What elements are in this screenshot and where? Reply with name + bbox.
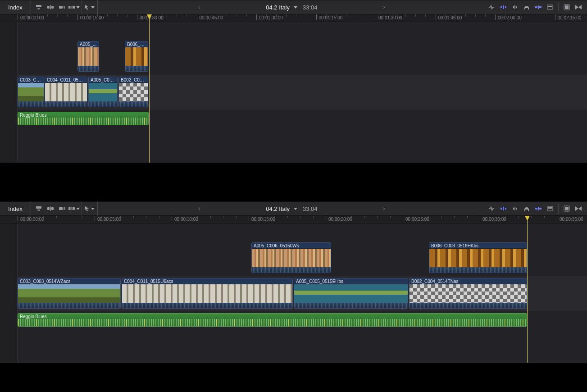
primary-storyline-clip[interactable]: A005_C005_0515EHbs bbox=[294, 278, 408, 309]
svg-rect-10 bbox=[503, 5, 504, 9]
project-title[interactable]: 04.2 Italy bbox=[266, 4, 290, 11]
connected-audio-clip[interactable]: Reggio Blues bbox=[18, 313, 527, 327]
svg-rect-43 bbox=[565, 207, 569, 210]
transitions-browser-icon[interactable] bbox=[573, 201, 584, 216]
solo-icon[interactable] bbox=[509, 201, 521, 216]
svg-rect-3 bbox=[51, 6, 54, 9]
effects-browser-icon[interactable] bbox=[561, 201, 573, 216]
primary-storyline-clip[interactable]: B002_C004_0514TNas bbox=[409, 278, 527, 309]
clip-label: B002_C004_... bbox=[119, 77, 148, 83]
headphones-icon[interactable] bbox=[521, 0, 532, 14]
insert-clip-icon[interactable] bbox=[45, 201, 56, 216]
svg-rect-41 bbox=[548, 207, 552, 209]
snapping-icon[interactable] bbox=[532, 0, 544, 14]
timeline-history-back[interactable]: ‹ bbox=[194, 4, 205, 10]
clip-label: Reggio Blues bbox=[18, 112, 148, 118]
timeline-tracks-bottom[interactable]: A005_C006_05150WsB006_C008_0516HKbsC003_… bbox=[0, 223, 587, 363]
skimming-icon[interactable] bbox=[486, 201, 497, 216]
svg-rect-23 bbox=[37, 210, 40, 211]
solo-icon[interactable] bbox=[509, 0, 521, 14]
svg-rect-16 bbox=[539, 6, 541, 8]
project-title[interactable]: 04.2 Italy bbox=[266, 205, 290, 212]
audio-skimming-icon[interactable] bbox=[497, 0, 509, 14]
transitions-browser-icon[interactable] bbox=[573, 0, 584, 14]
snapping-icon[interactable] bbox=[532, 201, 544, 216]
svg-rect-13 bbox=[514, 5, 515, 9]
svg-rect-0 bbox=[36, 5, 41, 7]
append-clip-icon[interactable] bbox=[56, 201, 68, 216]
clip-label: A005_C005... bbox=[89, 77, 117, 83]
timeline-history-back[interactable]: ‹ bbox=[194, 205, 205, 212]
clip-appearance-icon[interactable] bbox=[544, 201, 556, 216]
track-gutter bbox=[0, 223, 18, 363]
svg-rect-2 bbox=[47, 6, 50, 9]
svg-rect-22 bbox=[36, 206, 41, 209]
primary-storyline-clip[interactable]: C004_C011_0515U6acs bbox=[122, 278, 293, 309]
timeline-history-forward[interactable]: › bbox=[379, 4, 390, 10]
append-clip-icon[interactable] bbox=[56, 0, 68, 14]
overwrite-clip-icon[interactable] bbox=[68, 201, 80, 216]
connected-audio-clip[interactable]: Reggio Blues bbox=[18, 112, 149, 125]
clip-label: C004_C011_0515U... bbox=[45, 77, 87, 83]
project-timecode: 33:04 bbox=[303, 4, 318, 11]
svg-rect-30 bbox=[70, 207, 73, 210]
timeline-history-forward[interactable]: › bbox=[379, 205, 390, 212]
svg-rect-15 bbox=[535, 6, 537, 8]
effects-browser-icon[interactable] bbox=[561, 0, 573, 14]
svg-rect-14 bbox=[516, 6, 517, 8]
playhead[interactable] bbox=[149, 14, 150, 163]
playhead[interactable] bbox=[527, 216, 528, 363]
connected-clip[interactable]: A005_... bbox=[77, 41, 99, 72]
clip-label: Reggio Blues bbox=[18, 314, 527, 319]
connected-clip[interactable]: A005_C006_05150Ws bbox=[251, 242, 331, 273]
svg-rect-8 bbox=[70, 6, 73, 9]
primary-storyline-clip[interactable]: C003_C0... bbox=[18, 77, 44, 107]
insert-clip-icon[interactable] bbox=[45, 0, 56, 14]
svg-rect-9 bbox=[501, 6, 502, 8]
timeline-toolbar-top: Index ‹ 04.2 Italy 33:04 › bbox=[0, 0, 587, 14]
svg-rect-32 bbox=[503, 207, 504, 210]
svg-rect-28 bbox=[64, 207, 65, 210]
overwrite-clip-icon[interactable] bbox=[68, 0, 80, 14]
track-gutter bbox=[0, 22, 18, 163]
svg-rect-12 bbox=[513, 6, 514, 8]
skimming-icon[interactable] bbox=[486, 0, 497, 14]
chevron-down-icon[interactable] bbox=[294, 6, 297, 9]
chevron-down-icon[interactable] bbox=[294, 208, 297, 210]
svg-rect-37 bbox=[535, 208, 537, 210]
svg-rect-4 bbox=[50, 5, 51, 9]
svg-rect-39 bbox=[538, 207, 539, 210]
svg-rect-36 bbox=[516, 208, 517, 210]
svg-rect-6 bbox=[64, 6, 65, 9]
index-button[interactable]: Index bbox=[0, 201, 31, 216]
clip-label: B002_C004_0514TNas bbox=[410, 278, 527, 284]
connect-clip-icon[interactable] bbox=[33, 0, 45, 14]
primary-storyline-clip[interactable]: C004_C011_0515U... bbox=[45, 77, 87, 107]
timeline-tracks-top[interactable]: A005_...B006_C0...C003_C0...C004_C011_05… bbox=[0, 22, 587, 163]
select-tool-icon[interactable] bbox=[84, 0, 96, 14]
headphones-icon[interactable] bbox=[521, 201, 532, 216]
svg-rect-38 bbox=[539, 208, 541, 210]
timeline-ruler-top[interactable]: 00:00:00:0000:00:15:0000:00:30:0000:00:4… bbox=[0, 14, 587, 22]
svg-rect-21 bbox=[565, 5, 569, 9]
clip-label: A005_C005_0515EHbs bbox=[294, 278, 408, 284]
index-button[interactable]: Index bbox=[0, 0, 31, 14]
svg-rect-31 bbox=[501, 208, 502, 210]
clip-label: A005_C006_05150Ws bbox=[252, 243, 331, 249]
connect-clip-icon[interactable] bbox=[33, 201, 45, 216]
connected-clip[interactable]: B006_C0... bbox=[125, 41, 148, 72]
primary-storyline-clip[interactable]: B002_C004_... bbox=[118, 77, 148, 107]
svg-rect-5 bbox=[59, 6, 63, 9]
audio-skimming-icon[interactable] bbox=[497, 201, 509, 216]
timeline-ruler-bottom[interactable]: 00:00:00:0000:00:05:0000:00:10:0000:00:1… bbox=[0, 216, 587, 223]
primary-storyline-clip[interactable]: A005_C005... bbox=[88, 77, 118, 107]
svg-rect-34 bbox=[513, 208, 514, 210]
svg-rect-35 bbox=[514, 207, 515, 210]
clip-appearance-icon[interactable] bbox=[544, 0, 556, 14]
clip-label: C003_C003_0514WZacs bbox=[18, 278, 120, 284]
select-tool-icon[interactable] bbox=[84, 201, 96, 216]
svg-rect-11 bbox=[505, 6, 506, 8]
primary-storyline-clip[interactable]: C003_C003_0514WZacs bbox=[18, 278, 121, 309]
svg-rect-33 bbox=[505, 208, 506, 210]
connected-clip[interactable]: B006_C008_0516HKbs bbox=[429, 242, 527, 273]
